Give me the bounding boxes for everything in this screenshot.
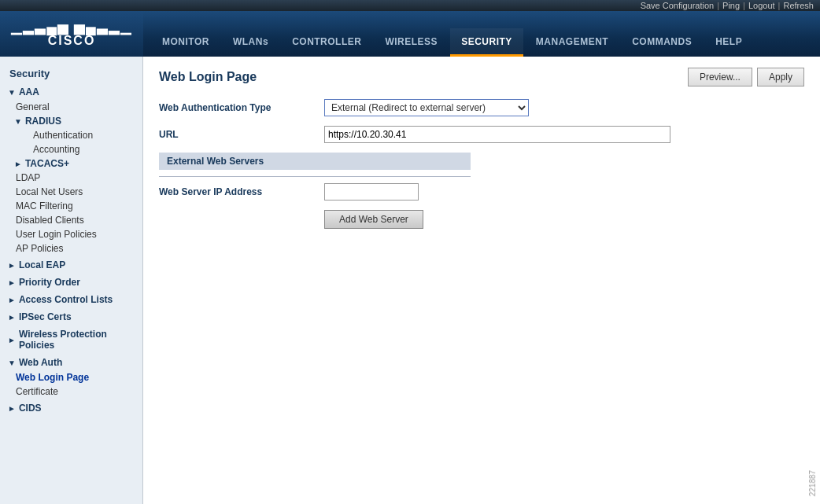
add-server-row: Add Web Server [324, 210, 804, 229]
url-input[interactable] [324, 126, 670, 143]
sidebar-item-local-net-users[interactable]: Local Net Users [0, 185, 142, 199]
url-row: URL [159, 126, 804, 143]
priority-order-label: Priority Order [19, 277, 80, 288]
radius-label: RADIUS [25, 116, 61, 127]
sidebar-item-accounting[interactable]: Accounting [11, 142, 142, 156]
wireless-protection-arrow-icon: ► [8, 336, 16, 344]
ipsec-label: IPSec Certs [19, 311, 72, 322]
sidebar-item-acl[interactable]: ► Access Control Lists [0, 292, 142, 307]
top-bar: Save Configuration | Ping | Logout | Ref… [0, 0, 820, 11]
apply-button[interactable]: Apply [757, 68, 804, 86]
auth-type-label: Web Authentication Type [159, 102, 316, 113]
ipsec-arrow-icon: ► [8, 313, 16, 322]
radius-arrow-icon: ▼ [14, 117, 22, 126]
nav-controller[interactable]: CONTROLLER [281, 28, 372, 57]
preview-button[interactable]: Preview... [688, 68, 752, 86]
server-ip-row: Web Server IP Address [159, 183, 804, 200]
sidebar-item-ipsec[interactable]: ► IPSec Certs [0, 309, 142, 325]
sidebar-item-general[interactable]: General [0, 100, 142, 114]
cisco-brand-label: CISCO [11, 34, 132, 48]
logo-area: ▁▂▃▄▅ ▅▄▃▂▁ CISCO [0, 11, 143, 57]
sidebar-item-user-login-policies[interactable]: User Login Policies [0, 227, 142, 241]
page-header: Web Login Page Preview... Apply [159, 68, 804, 86]
external-web-servers-header: External Web Servers [159, 153, 471, 170]
layout: Security ▼ AAA General ▼ RADIUS Authenti… [0, 57, 820, 504]
refresh-link[interactable]: Refresh [783, 1, 814, 10]
priority-order-arrow-icon: ► [8, 278, 16, 287]
sidebar-item-ap-policies[interactable]: AP Policies [0, 241, 142, 256]
sidebar-item-cids[interactable]: ► CIDS [0, 400, 142, 416]
sidebar: Security ▼ AAA General ▼ RADIUS Authenti… [0, 57, 143, 504]
sidebar-title: Security [0, 63, 142, 84]
add-web-server-button[interactable]: Add Web Server [324, 210, 423, 229]
save-config-link[interactable]: Save Configuration [641, 1, 715, 10]
acl-arrow-icon: ► [8, 296, 16, 304]
sidebar-item-wireless-protection[interactable]: ► Wireless Protection Policies [0, 326, 142, 353]
sidebar-item-local-eap[interactable]: ► Local EAP [0, 257, 142, 273]
sidebar-section-web-auth: ▼ Web Auth Web Login Page Certificate [0, 355, 142, 399]
acl-label: Access Control Lists [19, 294, 113, 305]
sidebar-section-aaa: ▼ AAA General ▼ RADIUS Authentication Ac… [0, 84, 142, 256]
sidebar-section-cids: ► CIDS [0, 400, 142, 416]
wireless-protection-label: Wireless Protection Policies [19, 329, 135, 351]
main-nav: MONITOR WLANs CONTROLLER WIRELESS SECURI… [143, 11, 753, 57]
cids-arrow-icon: ► [8, 404, 16, 413]
cisco-bars-icon: ▁▂▃▄▅ ▅▄▃▂▁ [11, 20, 132, 34]
sidebar-section-priority-order: ► Priority Order [0, 274, 142, 290]
nav-monitor[interactable]: MONITOR [151, 28, 220, 57]
auth-type-row: Web Authentication Type Internal (Defaul… [159, 99, 804, 116]
sidebar-section-ipsec: ► IPSec Certs [0, 309, 142, 325]
server-ip-input[interactable] [324, 183, 419, 200]
web-auth-arrow-icon: ▼ [8, 359, 16, 367]
sidebar-item-aaa[interactable]: ▼ AAA [0, 84, 142, 100]
sidebar-item-tacacs[interactable]: ► TACACS+ [11, 156, 142, 171]
nav-commands[interactable]: COMMANDS [621, 28, 703, 57]
nav-management[interactable]: MANAGEMENT [525, 28, 619, 57]
sidebar-sub-group-radius: ▼ RADIUS Authentication Accounting [0, 114, 142, 156]
url-label: URL [159, 129, 316, 140]
sidebar-item-web-login-page[interactable]: Web Login Page [0, 370, 142, 384]
nav-security[interactable]: SECURITY [450, 28, 523, 57]
web-auth-label: Web Auth [19, 357, 62, 368]
sidebar-section-acl: ► Access Control Lists [0, 292, 142, 307]
tacacs-label: TACACS+ [25, 158, 69, 169]
server-ip-label: Web Server IP Address [159, 186, 316, 197]
nav-help[interactable]: HELP [704, 28, 753, 57]
aaa-arrow-icon: ▼ [8, 88, 16, 97]
sidebar-item-priority-order[interactable]: ► Priority Order [0, 274, 142, 290]
sidebar-item-disabled-clients[interactable]: Disabled Clients [0, 213, 142, 227]
sidebar-item-web-auth[interactable]: ▼ Web Auth [0, 355, 142, 370]
local-eap-label: Local EAP [19, 259, 65, 270]
header: ▁▂▃▄▅ ▅▄▃▂▁ CISCO MONITOR WLANs CONTROLL… [0, 11, 820, 57]
sidebar-item-mac-filtering[interactable]: MAC Filtering [0, 199, 142, 213]
logout-link[interactable]: Logout [748, 1, 775, 10]
sidebar-item-certificate[interactable]: Certificate [0, 384, 142, 399]
tacacs-arrow-icon: ► [14, 160, 22, 168]
cisco-logo: ▁▂▃▄▅ ▅▄▃▂▁ CISCO [11, 20, 132, 48]
cids-label: CIDS [19, 403, 42, 414]
nav-wireless[interactable]: WIRELESS [374, 28, 449, 57]
local-eap-arrow-icon: ► [8, 261, 16, 270]
nav-wlans[interactable]: WLANs [222, 28, 279, 57]
sidebar-item-ldap[interactable]: LDAP [0, 171, 142, 185]
aaa-label: AAA [19, 86, 39, 97]
main-content: Web Login Page Preview... Apply Web Auth… [143, 57, 820, 504]
sidebar-item-radius[interactable]: ▼ RADIUS [11, 114, 142, 128]
ping-link[interactable]: Ping [722, 1, 740, 10]
page-title: Web Login Page [159, 70, 257, 84]
header-buttons: Preview... Apply [688, 68, 804, 86]
auth-type-select[interactable]: Internal (Default) External (Redirect to… [324, 99, 529, 116]
sidebar-item-authentication[interactable]: Authentication [11, 128, 142, 142]
section-divider [159, 176, 471, 177]
sidebar-sub-group-tacacs: ► TACACS+ [0, 156, 142, 171]
sidebar-section-wireless-protection: ► Wireless Protection Policies [0, 326, 142, 353]
watermark: 221887 [808, 470, 817, 496]
sidebar-section-local-eap: ► Local EAP [0, 257, 142, 273]
